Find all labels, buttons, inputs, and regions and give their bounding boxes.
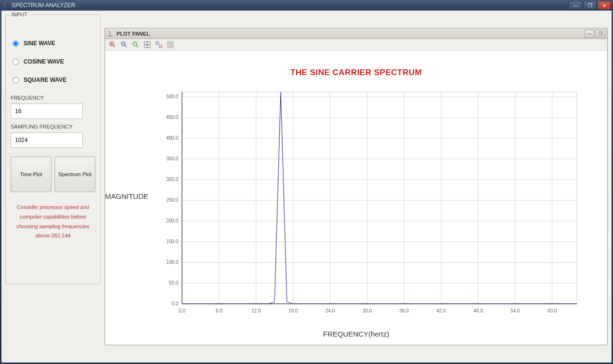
wave-radio-group: SINE WAVE COSINE WAVE SQUARE WAVE: [11, 40, 95, 83]
grid-tool-icon[interactable]: [166, 40, 175, 50]
chart-container: THE SINE CARRIER SPECTRUM MAGNITUDE FREQ…: [105, 51, 607, 345]
svg-text:200.0: 200.0: [166, 218, 178, 223]
zoom-out-icon[interactable]: [119, 40, 129, 50]
window-titlebar: SPECTRUM ANALYZER — ❐ ✕: [0, 0, 613, 11]
chart-svg: 0.06.012.018.024.030.036.042.048.054.060…: [153, 87, 587, 345]
svg-text:48.0: 48.0: [473, 308, 483, 313]
frequency-label: FREQUENCY: [11, 95, 95, 101]
radio-cosine-input[interactable]: [13, 59, 19, 65]
radio-sine-wave[interactable]: SINE WAVE: [13, 40, 95, 47]
chart-title: THE SINE CARRIER SPECTRUM: [105, 68, 607, 78]
time-plot-button[interactable]: Time Plot: [11, 156, 52, 192]
svg-rect-12: [156, 42, 158, 44]
content-area: INPUT SINE WAVE COSINE WAVE SQUARE WAVE …: [1, 11, 612, 363]
plot-button-row: Time Plot Spectrum Plot: [11, 156, 95, 192]
radio-square-wave[interactable]: SQUARE WAVE: [13, 77, 95, 83]
input-panel-title: INPUT: [10, 12, 29, 17]
java-icon: [2, 2, 9, 9]
plot-panel-titlebar: PLOT PANEL — ❐: [105, 28, 607, 39]
java-icon: [107, 30, 114, 37]
svg-text:50.0: 50.0: [169, 280, 179, 286]
svg-text:36.0: 36.0: [400, 308, 409, 313]
sampling-label: SAMPLING FREQUENCY: [11, 124, 95, 130]
internal-minimize-button[interactable]: —: [585, 30, 594, 38]
svg-text:24.0: 24.0: [326, 308, 335, 313]
radio-cosine-label: COSINE WAVE: [24, 58, 64, 65]
radio-square-input[interactable]: [13, 77, 19, 83]
radio-cosine-wave[interactable]: COSINE WAVE: [13, 58, 95, 65]
svg-text:6.0: 6.0: [216, 308, 222, 313]
plot-panel: PLOT PANEL — ❐: [104, 28, 608, 345]
chart-ylabel: MAGNITUDE: [105, 192, 148, 200]
radio-sine-label: SINE WAVE: [24, 40, 55, 47]
axes-tool-icon[interactable]: [143, 40, 152, 50]
svg-text:250.0: 250.0: [166, 197, 178, 203]
frequency-field-block: FREQUENCY: [11, 95, 95, 119]
window-title: SPECTRUM ANALYZER: [12, 2, 75, 9]
svg-text:18.0: 18.0: [288, 308, 298, 313]
svg-text:350.0: 350.0: [166, 156, 178, 161]
svg-text:0.0: 0.0: [179, 308, 185, 313]
svg-text:450.0: 450.0: [166, 115, 178, 120]
svg-text:0.0: 0.0: [171, 301, 178, 306]
zoom-reset-icon[interactable]: [131, 40, 141, 50]
svg-text:60.0: 60.0: [548, 308, 557, 313]
svg-text:150.0: 150.0: [166, 239, 178, 244]
svg-rect-13: [159, 45, 162, 48]
svg-text:30.0: 30.0: [363, 308, 372, 313]
svg-text:500.0: 500.0: [166, 94, 178, 99]
svg-text:54.0: 54.0: [510, 308, 520, 313]
maximize-button[interactable]: ❐: [583, 1, 597, 10]
svg-line-8: [136, 45, 138, 47]
svg-text:42.0: 42.0: [436, 308, 446, 313]
sampling-note: Consider processor speed and computer ca…: [11, 203, 95, 241]
svg-rect-14: [168, 42, 173, 48]
close-button[interactable]: ✕: [598, 1, 611, 10]
svg-text:100.0: 100.0: [166, 260, 178, 265]
select-tool-icon[interactable]: [154, 40, 164, 50]
internal-maximize-button[interactable]: ❐: [596, 30, 605, 38]
minimize-button[interactable]: —: [569, 1, 582, 10]
spectrum-plot-button[interactable]: Spectrum Plot: [54, 156, 95, 192]
zoom-in-icon[interactable]: [108, 40, 117, 50]
radio-sine-input[interactable]: [13, 40, 19, 47]
sampling-input[interactable]: [11, 132, 83, 148]
svg-text:300.0: 300.0: [166, 177, 178, 182]
plot-toolbar: [105, 39, 607, 51]
svg-text:400.0: 400.0: [166, 135, 178, 141]
svg-point-7: [133, 42, 137, 46]
svg-rect-63: [182, 92, 577, 304]
sampling-field-block: SAMPLING FREQUENCY: [11, 124, 95, 148]
input-panel: INPUT SINE WAVE COSINE WAVE SQUARE WAVE …: [5, 14, 101, 284]
radio-square-label: SQUARE WAVE: [24, 77, 66, 83]
frequency-input[interactable]: [11, 104, 83, 119]
svg-line-1: [113, 45, 115, 47]
svg-text:12.0: 12.0: [251, 308, 261, 313]
svg-line-5: [125, 45, 127, 47]
plot-panel-title: PLOT PANEL: [117, 31, 150, 37]
